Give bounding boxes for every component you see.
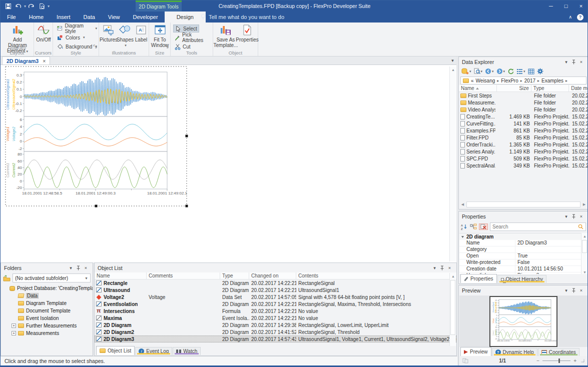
file-row[interactable]: CurveFitting... 141 KB FlexPro Projekt..… — [459, 120, 588, 127]
object-row[interactable]: 2D Diagram 2D Diagram 20.02.2017 14:29:3… — [95, 322, 456, 328]
ribbon-tab[interactable]: Insert — [50, 12, 77, 22]
scroll-left-icon[interactable]: ◀ — [459, 202, 466, 208]
scrollbar-thumb[interactable] — [582, 240, 587, 253]
redo-button[interactable] — [27, 2, 36, 10]
panel-tab[interactable]: Object Hierarchy — [497, 275, 546, 283]
breadcrumb-item[interactable]: Weisang — [476, 78, 495, 84]
zoom-in-icon[interactable]: + — [573, 358, 576, 364]
close-panel-icon[interactable]: × — [446, 264, 453, 272]
properties-search-box[interactable] — [490, 222, 586, 231]
pin-icon[interactable] — [438, 264, 446, 272]
file-row[interactable]: Video Analysis File folder 20.02.2017 — [459, 106, 588, 113]
breadcrumb-item[interactable]: Examples — [541, 78, 563, 84]
undo-dropdown-arrow[interactable]: ▾ — [24, 4, 26, 8]
tree-expander-icon[interactable] — [12, 308, 16, 313]
property-group-header[interactable]: 2D diagram — [459, 234, 581, 240]
panel-menu-icon[interactable]: ▾ — [431, 264, 438, 272]
panel-tab[interactable]: Object List — [96, 346, 135, 355]
panel-tab[interactable]: Coordinates — [538, 348, 579, 356]
file-row[interactable]: Series Analy... 1.149 KB FlexPro Projekt… — [459, 148, 588, 155]
document-tab[interactable]: 2D Diagram3 × — [2, 56, 50, 64]
index-table-button[interactable] — [527, 68, 535, 75]
column-header-name[interactable]: Name — [95, 272, 147, 279]
ribbon-tab[interactable]: Design — [165, 12, 206, 22]
colors-button[interactable]: Colors▾ — [56, 34, 86, 42]
panel-menu-icon[interactable]: ▾ — [562, 58, 570, 66]
maximize-button[interactable]: □ — [558, 0, 573, 12]
pin-icon[interactable] — [570, 286, 577, 294]
shapes-button[interactable]: Shapes ▾ — [117, 24, 133, 48]
column-header-comments[interactable]: Comments — [147, 272, 220, 279]
zoom-out-icon[interactable]: − — [536, 358, 539, 364]
ribbon-tab[interactable]: Home — [23, 12, 50, 22]
tell-me-box[interactable]: Tell me what do you want to do — [201, 12, 284, 22]
file-row[interactable]: SPC.FPD 509 KB FlexPro Projekt... 15.02.… — [459, 155, 588, 162]
property-row[interactable]: Category — [459, 246, 581, 253]
panel-menu-icon[interactable]: ▾ — [67, 264, 75, 272]
tree-item[interactable]: Project Database: 'CreatingTemplates' — [1, 284, 93, 292]
ribbon-tab[interactable]: Data — [77, 12, 102, 22]
pictures-button[interactable]: Pictures — [100, 24, 117, 42]
select-button[interactable]: Select — [173, 24, 199, 32]
diagram-style-button[interactable]: Diagram Style▾ — [56, 24, 99, 32]
forward-button[interactable]: ▾ — [496, 68, 506, 75]
tree-item[interactable]: + Measurements — [1, 330, 93, 337]
panel-tab[interactable]: Dynamic Help — [492, 348, 537, 356]
import-dataset-button[interactable]: ▾ — [461, 68, 472, 75]
pin-icon[interactable] — [570, 212, 577, 220]
cut-button[interactable]: Cut — [173, 42, 192, 50]
column-header-type[interactable]: Type — [220, 272, 249, 279]
zoom-slider-thumb[interactable] — [558, 358, 560, 363]
scroll-up-icon[interactable]: ▲ — [581, 233, 588, 240]
ribbon-tab[interactable]: View — [102, 12, 127, 22]
properties-vertical-scrollbar[interactable]: ▲ ▼ — [581, 233, 587, 276]
refresh-button[interactable] — [507, 68, 514, 75]
tree-expander-icon[interactable]: + — [12, 331, 16, 336]
scroll-up-icon[interactable]: ▲ — [450, 273, 456, 280]
file-row[interactable]: Measureme... File folder 20.02.2017 — [459, 99, 588, 106]
panel-tab[interactable]: Event Log — [135, 347, 172, 355]
file-row[interactable]: CreatingTe... 1.469 KB FlexPro Projekt..… — [459, 113, 588, 120]
properties-button[interactable]: Properties — [237, 24, 257, 42]
collapse-ribbon-icon[interactable]: ∧ — [568, 14, 572, 20]
column-header-changed-on[interactable]: Changed on — [249, 272, 296, 279]
tree-item[interactable]: Document Template — [1, 307, 93, 314]
pin-icon[interactable] — [570, 58, 577, 66]
panel-tab[interactable]: Properties — [460, 274, 497, 283]
tree-expander-icon[interactable] — [12, 316, 16, 320]
panel-menu-icon[interactable]: ▾ — [562, 212, 570, 220]
sort-az-button[interactable]: AZ — [461, 224, 468, 230]
minimize-button[interactable]: ─ — [543, 0, 558, 12]
pick-attributes-button[interactable]: Pick Attributes — [173, 34, 213, 42]
2d-diagram-chart[interactable]: 0.30.20.10-0.1-0.2UltrasoundSignal1Ultra… — [4, 66, 194, 212]
column-header-size[interactable]: Size — [497, 85, 531, 92]
property-row[interactable]: Name 2D Diagram3 — [459, 240, 581, 246]
ribbon-tab[interactable]: Developer — [127, 12, 165, 22]
property-row[interactable]: Write-protected False — [459, 260, 581, 266]
tree-expander-icon[interactable] — [3, 286, 8, 290]
object-row[interactable]: Maxima Event Isola... 20.02.2017 14:22:2… — [95, 314, 456, 322]
refresh-document-button[interactable] — [37, 2, 46, 10]
search-preview-button[interactable]: ▾ — [473, 68, 483, 75]
help-icon[interactable]: ? — [577, 14, 583, 20]
tree-expander-icon[interactable] — [12, 294, 16, 298]
ribbon-tab[interactable]: File — [1, 12, 23, 22]
object-row[interactable]: 2D Diagram3 2D Diagram 20.02.2017 14:57:… — [95, 336, 456, 342]
tree-item[interactable]: Event Isolation — [1, 314, 93, 322]
breadcrumb-item[interactable]: 2017 — [524, 78, 535, 84]
breadcrumb-item[interactable]: FlexPro — [501, 78, 518, 84]
object-row[interactable]: Intersections Formula 20.02.2017 14:22:2… — [95, 308, 456, 314]
column-header-date[interactable]: Date modified — [569, 85, 588, 92]
column-header-type[interactable]: Type — [531, 85, 569, 92]
back-button[interactable]: ▾ — [484, 68, 494, 75]
close-panel-icon[interactable]: × — [577, 286, 585, 294]
tree-item[interactable]: Data — [1, 292, 93, 300]
column-header-contents[interactable]: Contents — [296, 272, 456, 279]
file-row[interactable]: Filter.FPD 85 KB FlexPro Projekt... 15.0… — [459, 134, 588, 141]
property-row[interactable]: Creation date 10.01.2011 14:56:50 — [459, 266, 581, 272]
scrollbar-thumb[interactable] — [450, 280, 455, 335]
style-dialog-launcher[interactable] — [93, 44, 98, 49]
scrollbar-thumb[interactable] — [466, 202, 580, 208]
object-list-vertical-scrollbar[interactable]: ▲ ▼ — [449, 273, 456, 354]
panel-tab[interactable]: Watch — [173, 347, 201, 355]
